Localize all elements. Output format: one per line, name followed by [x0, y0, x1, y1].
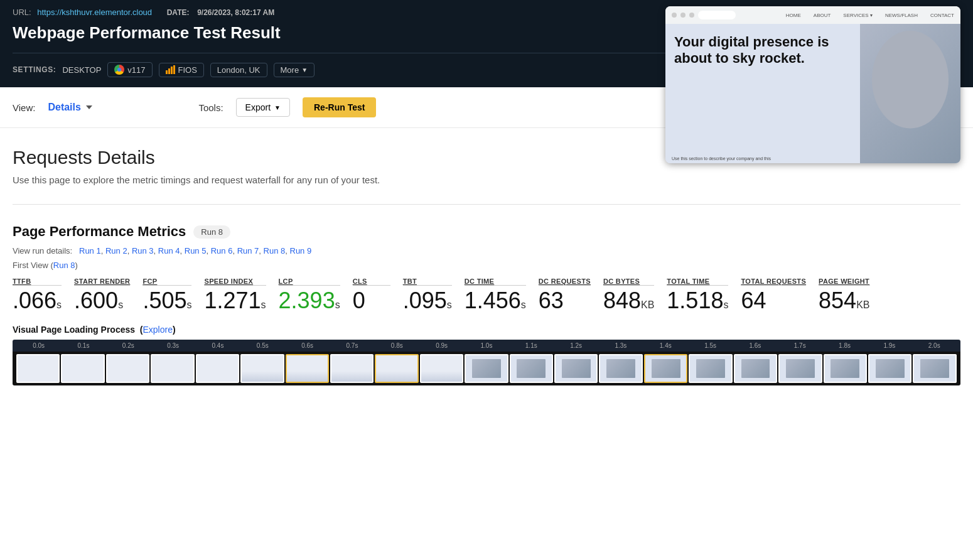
metric-label: Page Weight: [819, 277, 869, 286]
metrics-title: Page Performance Metrics: [13, 223, 186, 240]
view-value: Details: [48, 102, 80, 113]
run-link-5[interactable]: Run 5: [185, 246, 207, 256]
thumb-frame[interactable]: [61, 354, 104, 383]
thumb-frame[interactable]: [16, 354, 60, 383]
explore-link[interactable]: Explore: [143, 325, 173, 335]
thumb-chrome-bar: HOME ABOUT SERVICES ▾ NEWS/FLASH CONTACT: [665, 6, 960, 24]
view-select[interactable]: Details: [48, 102, 173, 113]
thumb-content: Your digital presence is about to sky ro…: [665, 24, 960, 163]
thumb-frame[interactable]: [644, 354, 687, 383]
thumb-frame[interactable]: [330, 354, 374, 383]
thumb-frame[interactable]: [286, 354, 329, 383]
url-label: URL:: [13, 8, 31, 17]
network-badge: FIOS: [159, 63, 204, 77]
thumb-frame[interactable]: [196, 354, 239, 383]
run-link-3[interactable]: Run 3: [132, 246, 154, 256]
metric-item: Total Time 1.518s: [667, 277, 741, 312]
date-label: DATE:: [167, 8, 190, 17]
thumb-frame[interactable]: [375, 354, 418, 383]
thumb-frame[interactable]: [554, 354, 598, 383]
thumb-frame[interactable]: [106, 354, 149, 383]
run-links-label: View run details:: [13, 246, 72, 256]
chrome-icon: [114, 65, 124, 75]
metric-unit: s: [447, 299, 452, 310]
thumb-frame-inner: [780, 355, 820, 382]
run-link-4[interactable]: Run 4: [158, 246, 180, 256]
thumb-frame[interactable]: [240, 354, 284, 383]
timeline-ruler: 0.0s0.1s0.2s0.3s0.4s0.5s0.6s0.7s0.8s0.9s…: [13, 340, 960, 352]
thumb-text-area: Your digital presence is about to sky ro…: [665, 24, 860, 163]
metric-item: Page Weight 854KB: [819, 277, 882, 312]
metric-unit: s: [723, 299, 728, 310]
metric-item: TBT .095s: [403, 277, 465, 312]
metric-label: DC Time: [465, 277, 526, 286]
thumb-frame[interactable]: [420, 354, 463, 383]
ruler-tick: 1.5s: [688, 342, 733, 349]
thumb-frame[interactable]: [689, 354, 732, 383]
ruler-tick: 0.4s: [195, 342, 240, 349]
visual-loading-section: Visual Page Loading Process (Explore) 0.…: [13, 325, 960, 385]
metric-item: LCP 2.393s: [279, 277, 353, 312]
view-label: View:: [13, 102, 35, 113]
thumb-image: [860, 24, 960, 163]
more-button[interactable]: More ▼: [274, 63, 315, 77]
thumb-frame-inner: [556, 355, 596, 382]
run-link-1[interactable]: Run 1: [79, 246, 101, 256]
ruler-tick: 1.3s: [598, 342, 643, 349]
thumb-frame[interactable]: [151, 354, 194, 383]
metric-item: CLS 0: [353, 277, 403, 312]
run-link-6[interactable]: Run 6: [211, 246, 233, 256]
ruler-tick: 1.1s: [509, 342, 554, 349]
thumb-frame-inner: [690, 355, 731, 382]
thumb-frame-inner: [152, 355, 193, 382]
thumb-frame[interactable]: [778, 354, 822, 383]
url-link[interactable]: https://kshthuvr.elementor.cloud: [37, 8, 152, 17]
ruler-tick: 0.8s: [375, 342, 419, 349]
ruler-tick: 0.9s: [419, 342, 464, 349]
more-label: More: [281, 65, 299, 75]
screenshot-thumbnail: HOME ABOUT SERVICES ▾ NEWS/FLASH CONTACT…: [665, 6, 960, 163]
more-chevron-icon: ▼: [301, 67, 308, 73]
metric-value: 1.271s: [204, 289, 266, 312]
metric-value: .600s: [74, 289, 130, 312]
thumb-frame-inner: [62, 355, 103, 382]
run-link-9[interactable]: Run 9: [290, 246, 312, 256]
thumb-frame[interactable]: [734, 354, 777, 383]
run-link-7[interactable]: Run 7: [237, 246, 259, 256]
metric-value: .505s: [142, 289, 191, 312]
thumb-frame-inner: [869, 355, 910, 382]
thumb-frame[interactable]: [465, 354, 508, 383]
ruler-tick: 1.2s: [554, 342, 598, 349]
run-link-8[interactable]: Run 8: [264, 246, 286, 256]
browser-badge: v117: [107, 62, 152, 77]
export-button[interactable]: Export ▼: [236, 98, 290, 117]
export-label: Export: [245, 102, 271, 112]
metric-label: Speed Index: [204, 277, 266, 286]
ruler-tick: 1.9s: [867, 342, 911, 349]
metric-item: DC Requests 63: [539, 277, 603, 312]
rerun-button[interactable]: Re-Run Test: [303, 97, 376, 117]
metric-label: FCP: [142, 277, 191, 286]
ruler-tick: 0.7s: [330, 342, 374, 349]
metric-label: Total Time: [667, 277, 728, 286]
metrics-section: Page Performance Metrics Run 8 View run …: [13, 223, 960, 385]
thumb-dot-3: [689, 13, 694, 18]
ruler-tick: 1.6s: [733, 342, 777, 349]
thumb-nav: HOME ABOUT SERVICES ▾ NEWS/FLASH CONTACT: [786, 13, 954, 18]
desktop-setting: DESKTOP: [62, 65, 101, 75]
thumb-frame[interactable]: [824, 354, 867, 383]
metric-label: DC Bytes: [603, 277, 654, 286]
metric-value: 854KB: [819, 289, 869, 312]
view-chevron-icon[interactable]: [86, 105, 92, 109]
thumb-frame[interactable]: [599, 354, 642, 383]
metric-value: .095s: [403, 289, 452, 312]
thumb-frame[interactable]: [913, 354, 956, 383]
thumb-frame[interactable]: [868, 354, 911, 383]
run-link-2[interactable]: Run 2: [105, 246, 127, 256]
metric-label: TTFB: [13, 277, 62, 286]
metric-value: 0: [353, 289, 390, 312]
fios-icon: [166, 65, 175, 74]
metric-unit: s: [261, 299, 266, 310]
metric-item: Total Requests 64: [741, 277, 819, 312]
thumb-frame[interactable]: [510, 354, 553, 383]
